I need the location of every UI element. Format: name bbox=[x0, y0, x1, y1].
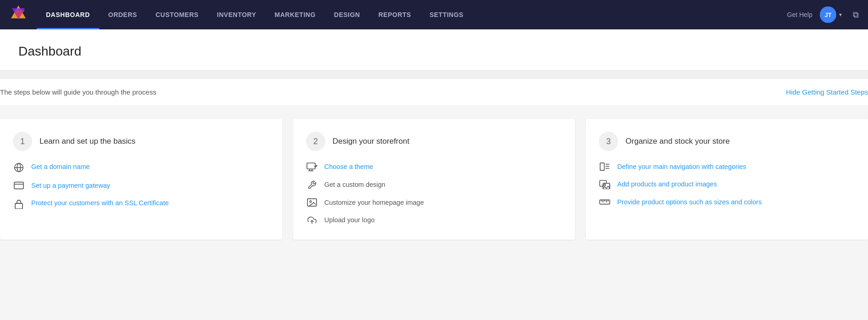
image-icon bbox=[306, 198, 318, 207]
ruler-icon bbox=[599, 198, 611, 206]
progress-bar bbox=[0, 70, 868, 79]
globe-icon bbox=[13, 163, 25, 173]
user-menu[interactable]: JT ▾ bbox=[820, 6, 842, 23]
logo[interactable] bbox=[9, 5, 37, 25]
step-title-3: Organize and stock your store bbox=[625, 137, 730, 146]
nav-item-design[interactable]: DESIGN bbox=[325, 0, 369, 29]
steps-intro: The steps below will guide you through t… bbox=[0, 79, 868, 105]
desktop-paint-icon bbox=[306, 163, 318, 172]
external-link-icon[interactable]: ⧉ bbox=[853, 10, 859, 20]
step-item-text[interactable]: Set up a payment gateway bbox=[31, 181, 110, 190]
step-title-2: Design your storefront bbox=[333, 137, 409, 146]
nav-list-icon bbox=[599, 163, 611, 171]
step-item: Provide product options such as sizes an… bbox=[599, 197, 855, 207]
step-item-text[interactable]: Define your main navigation with categor… bbox=[617, 162, 746, 171]
step-number-3: 3 bbox=[599, 132, 618, 151]
svg-rect-8 bbox=[15, 203, 23, 209]
step-item: Add products and product images bbox=[599, 180, 855, 189]
step-item: Upload your logo bbox=[306, 215, 562, 225]
step-card-3: 3Organize and stock your storeDefine you… bbox=[586, 119, 868, 240]
step-item-text[interactable]: Add products and product images bbox=[617, 180, 717, 189]
step-header-3: 3Organize and stock your store bbox=[599, 132, 855, 151]
nav-item-marketing[interactable]: MARKETING bbox=[266, 0, 325, 29]
step-item: Choose a theme bbox=[306, 162, 562, 172]
step-item-text: Customize your homepage image bbox=[324, 198, 424, 207]
step-item-text[interactable]: Choose a theme bbox=[324, 162, 373, 171]
step-number-1: 1 bbox=[13, 132, 32, 151]
svg-rect-6 bbox=[14, 182, 23, 189]
step-item: Define your main navigation with categor… bbox=[599, 162, 855, 171]
step-card-2: 2Design your storefrontChoose a themeGet… bbox=[293, 119, 575, 240]
step-item: Protect your customers with an SSL Certi… bbox=[13, 198, 269, 209]
nav-right: Get Help JT ▾ ⧉ bbox=[787, 6, 859, 23]
upload-icon bbox=[306, 216, 318, 225]
nav-items: DASHBOARDORDERSCUSTOMERSINVENTORYMARKETI… bbox=[37, 0, 787, 29]
step-card-1: 1Learn and set up the basicsGet a domain… bbox=[0, 119, 282, 240]
step-item-text[interactable]: Protect your customers with an SSL Certi… bbox=[31, 198, 169, 208]
lock-icon bbox=[13, 199, 25, 209]
image-product-icon bbox=[599, 180, 611, 189]
svg-point-15 bbox=[310, 201, 312, 202]
step-item: Get a domain name bbox=[13, 162, 269, 173]
step-title-1: Learn and set up the basics bbox=[40, 137, 136, 146]
chevron-down-icon: ▾ bbox=[839, 11, 842, 18]
step-items-2: Choose a themeGet a custom designCustomi… bbox=[306, 162, 562, 225]
steps-intro-text: The steps below will guide you through t… bbox=[0, 88, 156, 96]
page-title: Dashboard bbox=[18, 44, 850, 70]
nav-item-orders[interactable]: ORDERS bbox=[99, 0, 147, 29]
svg-rect-17 bbox=[600, 163, 604, 170]
main-content: Dashboard bbox=[0, 29, 868, 79]
step-item: Set up a payment gateway bbox=[13, 181, 269, 190]
step-item-text[interactable]: Get a domain name bbox=[31, 162, 90, 171]
step-items-1: Get a domain nameSet up a payment gatewa… bbox=[13, 162, 269, 209]
step-number-2: 2 bbox=[306, 132, 325, 151]
avatar: JT bbox=[820, 6, 836, 23]
hide-steps-link[interactable]: Hide Getting Started Steps bbox=[786, 88, 868, 96]
nav-item-reports[interactable]: REPORTS bbox=[369, 0, 420, 29]
step-item-text: Get a custom design bbox=[324, 180, 386, 189]
nav-item-inventory[interactable]: INVENTORY bbox=[208, 0, 265, 29]
nav-item-customers[interactable]: CUSTOMERS bbox=[146, 0, 208, 29]
step-item-text: Upload your logo bbox=[324, 215, 375, 225]
svg-rect-14 bbox=[307, 199, 317, 206]
step-item: Get a custom design bbox=[306, 180, 562, 190]
svg-rect-9 bbox=[307, 163, 315, 169]
help-link[interactable]: Get Help bbox=[787, 11, 812, 18]
credit-card-icon bbox=[13, 181, 25, 190]
step-item: Customize your homepage image bbox=[306, 198, 562, 207]
nav-item-dashboard[interactable]: DASHBOARD bbox=[37, 0, 99, 29]
step-items-3: Define your main navigation with categor… bbox=[599, 162, 855, 207]
step-header-2: 2Design your storefront bbox=[306, 132, 562, 151]
wrench-icon bbox=[306, 180, 318, 190]
main-nav: DASHBOARDORDERSCUSTOMERSINVENTORYMARKETI… bbox=[0, 0, 868, 29]
step-item-text[interactable]: Provide product options such as sizes an… bbox=[617, 197, 761, 207]
cards-area: 1Learn and set up the basicsGet a domain… bbox=[0, 105, 868, 258]
nav-item-settings[interactable]: SETTINGS bbox=[420, 0, 473, 29]
step-header-1: 1Learn and set up the basics bbox=[13, 132, 269, 151]
